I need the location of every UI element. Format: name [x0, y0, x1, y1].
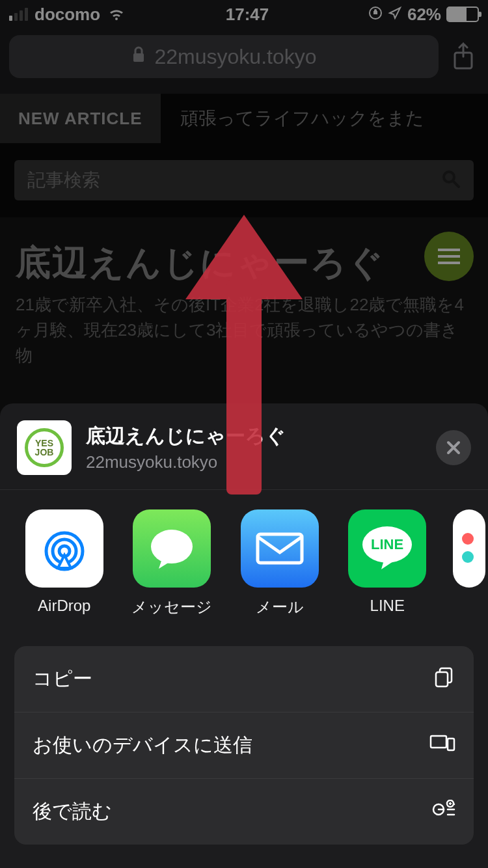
close-button[interactable]: [436, 430, 471, 465]
action-label: コピー: [33, 666, 92, 692]
copy-icon: [433, 666, 455, 692]
action-label: 後で読む: [33, 798, 112, 825]
svg-point-7: [151, 530, 193, 563]
mail-icon: [241, 509, 319, 588]
thumb-text-1: YES: [35, 439, 53, 448]
reading-list-icon: [432, 800, 455, 824]
app-label: LINE: [370, 597, 405, 615]
share-title: 底辺えんじにゃーろぐ: [86, 423, 286, 450]
svg-rect-13: [431, 736, 446, 748]
svg-rect-12: [436, 672, 448, 686]
svg-text:LINE: LINE: [371, 536, 403, 552]
share-actions-list: コピー お使いのデバイスに送信 後で読む: [14, 646, 474, 845]
airdrop-icon: [25, 509, 103, 588]
app-label: メール: [256, 597, 304, 617]
svg-rect-8: [258, 534, 302, 563]
share-apps-row[interactable]: AirDrop メッセージ メール LINE LINE: [0, 490, 488, 631]
svg-rect-14: [448, 739, 454, 750]
app-label: AirDrop: [38, 597, 90, 615]
share-app-messages[interactable]: メッセージ: [130, 509, 215, 617]
share-app-mail[interactable]: メール: [237, 509, 322, 617]
line-icon: LINE: [348, 509, 426, 588]
share-subtitle: 22musyoku.tokyo: [86, 452, 286, 472]
devices-icon: [429, 733, 455, 757]
action-label: お使いのデバイスに送信: [33, 732, 252, 759]
share-app-airdrop[interactable]: AirDrop: [22, 509, 107, 617]
thumb-text-2: JOB: [35, 448, 54, 457]
app-label: メッセージ: [131, 597, 212, 617]
share-sheet: YES JOB 底辺えんじにゃーろぐ 22musyoku.tokyo AirDr…: [0, 403, 488, 868]
action-read-later[interactable]: 後で読む: [14, 778, 474, 845]
share-app-line[interactable]: LINE LINE: [346, 509, 430, 617]
action-send-to-device[interactable]: お使いのデバイスに送信: [14, 712, 474, 778]
share-app-more-peek[interactable]: [453, 509, 466, 617]
action-copy[interactable]: コピー: [14, 646, 474, 712]
share-thumbnail: YES JOB: [17, 420, 72, 475]
messages-icon: [133, 509, 211, 588]
